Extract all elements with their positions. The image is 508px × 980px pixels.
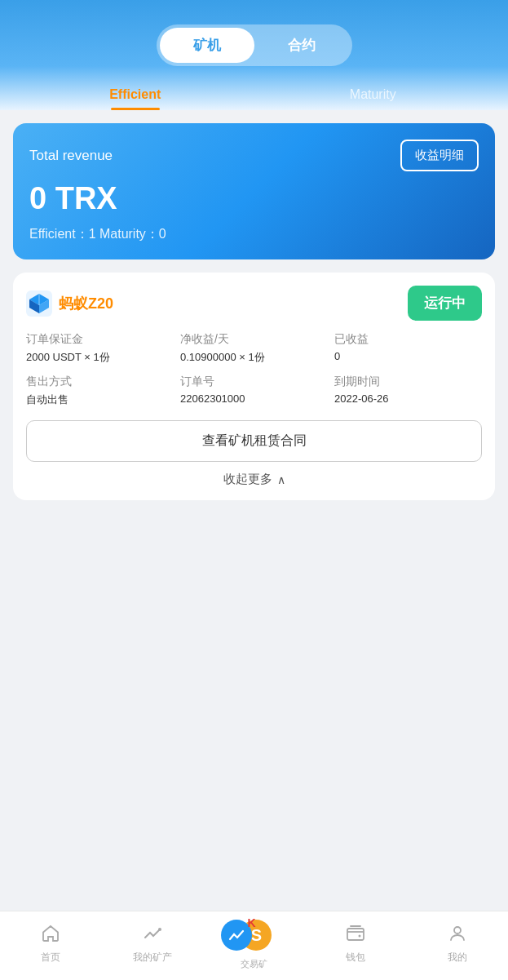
detail-label-net-income: 净收益/天 xyxy=(180,332,328,347)
nav-wallet-label: 钱包 xyxy=(346,951,365,964)
nav-profile[interactable]: 我的 xyxy=(406,924,508,964)
main-content: Total revenue 收益明细 0 TRX Efficient：1 Mat… xyxy=(0,110,508,845)
detail-value-sale-method: 自动出售 xyxy=(26,392,174,407)
view-contract-button[interactable]: 查看矿机租赁合同 xyxy=(26,420,482,462)
detail-value-deposit: 2000 USDT × 1份 xyxy=(26,350,174,365)
top-tab-container: 矿机 合约 xyxy=(157,24,352,66)
tab-contract[interactable]: 合约 xyxy=(254,28,349,63)
detail-label-sale-method: 售出方式 xyxy=(26,375,174,389)
nav-profile-label: 我的 xyxy=(448,951,467,964)
detail-value-earned: 0 xyxy=(334,350,482,362)
header: 矿机 合约 Efficient Maturity xyxy=(0,0,508,110)
status-badge: 运行中 xyxy=(408,286,482,321)
collapse-row[interactable]: 收起更多 ∧ xyxy=(26,472,482,487)
detail-value-net-income: 0.10900000 × 1份 xyxy=(180,350,328,365)
user-icon xyxy=(448,924,467,948)
miner-name-row: 蚂蚁Z20 xyxy=(26,290,113,317)
home-icon xyxy=(41,924,60,948)
chevron-up-icon: ∧ xyxy=(277,473,285,486)
detail-label-order-no: 订单号 xyxy=(180,375,328,389)
detail-order-no: 订单号 22062301000 xyxy=(180,375,328,407)
tab-efficient[interactable]: Efficient xyxy=(16,79,254,110)
miner-name: 蚂蚁Z20 xyxy=(59,294,113,313)
wallet-icon xyxy=(346,924,365,948)
miner-header: 蚂蚁Z20 运行中 xyxy=(26,286,482,321)
svg-point-8 xyxy=(359,935,361,938)
detail-label-earned: 已收益 xyxy=(334,332,482,347)
revenue-title: Total revenue xyxy=(29,148,113,164)
nav-wallet[interactable]: 钱包 xyxy=(305,924,407,964)
detail-value-expiry: 2022-06-26 xyxy=(334,392,482,405)
miner-card: 蚂蚁Z20 运行中 订单保证金 2000 USDT × 1份 净收益/天 0.1… xyxy=(13,273,495,500)
detail-value-order-no: 22062301000 xyxy=(180,392,328,405)
detail-label-expiry: 到期时间 xyxy=(334,375,482,389)
detail-net-income: 净收益/天 0.10900000 × 1份 xyxy=(180,332,328,365)
detail-label-deposit: 订单保证金 xyxy=(26,332,174,347)
logo-k-text: K xyxy=(247,916,255,929)
revenue-stats: Efficient：1 Maturity：0 xyxy=(29,226,479,243)
nav-my-mine[interactable]: 我的矿产 xyxy=(102,924,204,964)
bottom-nav: 首页 我的矿产 S K 交易矿 xyxy=(0,911,508,980)
center-logo-graphic: S K xyxy=(221,918,286,954)
detail-order-deposit: 订单保证金 2000 USDT × 1份 xyxy=(26,332,174,365)
nav-center-label: 交易矿 xyxy=(241,958,267,970)
svg-point-9 xyxy=(454,927,461,933)
revenue-header: Total revenue 收益明细 xyxy=(29,140,479,171)
collapse-label: 收起更多 xyxy=(223,472,272,487)
detail-sale-method: 售出方式 自动出售 xyxy=(26,375,174,407)
revenue-amount: 0 TRX xyxy=(29,181,479,216)
miner-details: 订单保证金 2000 USDT × 1份 净收益/天 0.10900000 × … xyxy=(26,332,482,407)
miner-cube-icon xyxy=(26,290,52,317)
tab-miner[interactable]: 矿机 xyxy=(160,28,254,63)
nav-center-logo[interactable]: S K 交易矿 xyxy=(203,918,305,970)
nav-my-mine-label: 我的矿产 xyxy=(133,951,172,964)
svg-rect-7 xyxy=(347,929,364,940)
nav-home-label: 首页 xyxy=(41,951,60,964)
svg-point-6 xyxy=(158,928,161,931)
detail-expiry: 到期时间 2022-06-26 xyxy=(334,375,482,407)
detail-earned: 已收益 0 xyxy=(334,332,482,365)
nav-trade-label: 交易矿 xyxy=(241,959,267,969)
nav-home[interactable]: 首页 xyxy=(0,924,102,964)
revenue-card: Total revenue 收益明细 0 TRX Efficient：1 Mat… xyxy=(13,123,495,259)
top-tab-switcher: 矿机 合约 xyxy=(16,24,492,66)
chart-icon xyxy=(143,924,162,948)
bottom-spacer xyxy=(13,513,495,570)
revenue-detail-button[interactable]: 收益明细 xyxy=(400,140,479,171)
tab-maturity[interactable]: Maturity xyxy=(254,79,493,110)
sub-tab-bar: Efficient Maturity xyxy=(16,79,492,110)
